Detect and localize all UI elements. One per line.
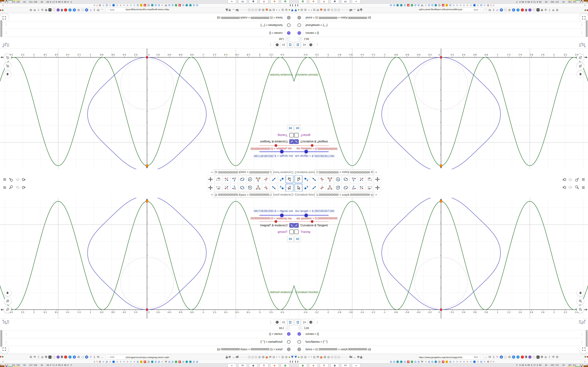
shield-icon[interactable] — [541, 9, 543, 11]
launcher-monitor[interactable]: ▣ — [249, 0, 257, 3]
zoom-in-button[interactable] — [577, 297, 584, 305]
trash-icon[interactable] — [525, 356, 527, 358]
forward-icon[interactable]: → — [101, 355, 104, 359]
gauge-icon[interactable]: ◔ — [310, 355, 312, 359]
bookmark-star-icon[interactable]: ☆ — [107, 8, 109, 11]
tab-google[interactable]: G — [404, 4, 406, 7]
algebra-view-button[interactable] — [2, 41, 9, 48]
reload-icon[interactable]: ⟳ — [489, 8, 491, 12]
tab-site[interactable] — [400, 4, 403, 7]
wrench-icon[interactable]: ⚒ — [552, 356, 554, 359]
scrollbar-thumb[interactable] — [0, 20, 2, 37]
tool-move-button[interactable] — [285, 175, 294, 183]
add-icon[interactable]: + — [512, 8, 515, 12]
shield-icon[interactable] — [229, 356, 231, 359]
tab-site[interactable]: ✳ — [470, 4, 472, 7]
bookmark-star-icon[interactable]: ☆ — [479, 356, 481, 359]
tab-yandex[interactable]: Я — [179, 4, 181, 7]
tool-perpendicular-button[interactable] — [262, 176, 270, 183]
curvature-function-input[interactable]: 1.000000000000 + cos(4.000000000000 x) ▼ — [315, 169, 374, 175]
forward-icon[interactable]: → — [484, 355, 487, 359]
settings-button[interactable] — [308, 42, 314, 48]
launcher-terminal[interactable]: ▦ — [281, 364, 289, 367]
tab-image[interactable]: ▲ — [140, 360, 142, 363]
back-icon[interactable]: ← — [232, 355, 235, 359]
tracing-checkbox[interactable] — [289, 133, 294, 138]
tool-move-view-button[interactable] — [207, 184, 214, 191]
tab-site[interactable]: ✳ — [116, 4, 118, 7]
tool-line-button[interactable] — [270, 176, 278, 183]
folder-icon[interactable] — [236, 356, 239, 358]
tab-site[interactable]: ✳ — [102, 4, 105, 7]
graphics-view[interactable]: -2.4-2.2-2-1.8-1.6-1.4-1.2-1-0.8-0.6-0.4… — [0, 198, 294, 318]
tab-yandex[interactable]: Я — [407, 360, 409, 363]
globe-icon[interactable]: ⊕ — [544, 8, 547, 12]
tab-site[interactable]: ✳ — [463, 360, 465, 363]
tab-site[interactable]: ✳ — [109, 4, 111, 7]
redo-button[interactable]: ⟳ — [569, 185, 572, 190]
reader-icon[interactable]: ▢ — [504, 8, 507, 11]
tab-info[interactable]: i — [147, 4, 150, 7]
tab-site[interactable] — [473, 360, 476, 363]
tab-google[interactable]: G — [196, 4, 198, 7]
globe-icon[interactable]: ⊕ — [258, 8, 261, 12]
tool-slider-button[interactable]: a = 2 — [215, 184, 222, 191]
tab-gear[interactable]: ⚙ — [99, 360, 101, 363]
row-kebab-menu-icon[interactable]: ⋮ — [580, 340, 583, 344]
tab-site[interactable]: ✳ — [459, 4, 462, 7]
dot-icon[interactable]: ○ — [346, 356, 347, 358]
dot-icon[interactable]: ◦ — [341, 356, 342, 358]
globe-icon[interactable]: ⊕ — [544, 355, 547, 359]
tool-reflect-button[interactable] — [223, 184, 230, 191]
algebra-row-text[interactable]: curves = {} — [306, 332, 319, 335]
pocket-icon[interactable]: ↓ — [516, 8, 519, 12]
dot-icon[interactable]: ○ — [342, 356, 344, 358]
zoom-out-button[interactable] — [4, 54, 11, 61]
tab-image[interactable]: ▲ — [140, 4, 142, 7]
object-visibility-toggle[interactable] — [297, 23, 301, 27]
curvature-function-input[interactable]: 1.000000000000 + cos(4.000000000000 x) ▼ — [214, 169, 273, 175]
trash-icon[interactable] — [61, 356, 63, 358]
add-icon[interactable]: + — [512, 355, 515, 359]
tool-slider-button[interactable]: a = 2 — [366, 184, 373, 191]
tool-angle-button[interactable]: α — [231, 184, 238, 191]
tab-site[interactable]: ✳ — [116, 360, 118, 363]
tool-angle-button[interactable]: α — [231, 176, 238, 183]
dot-icon[interactable]: ○ — [244, 9, 246, 11]
url-bar[interactable]: https://www.geogebra.org/classic/aagcxh3… — [417, 355, 483, 359]
tab-site[interactable]: ✳ — [425, 4, 427, 7]
curvature-function-input[interactable]: 1.000000000000 + cos(4.000000000000 x) ▼ — [315, 192, 374, 198]
tab-google[interactable]: G — [106, 360, 108, 363]
redo-button[interactable]: ⟳ — [569, 177, 572, 182]
scrollbar-thumb[interactable] — [586, 20, 588, 37]
tab-site[interactable] — [400, 360, 403, 363]
dot-icon[interactable]: ◦ — [246, 9, 247, 11]
camera-icon[interactable]: ● — [288, 355, 290, 359]
launcher-settings[interactable]: ⚙ — [260, 0, 268, 3]
tool-ellipse-button[interactable] — [239, 176, 246, 183]
tab-overflow-chevron[interactable]: ∧ — [2, 4, 4, 7]
tab-site[interactable]: ✳ — [456, 4, 458, 7]
tab-wikipedia[interactable]: W — [421, 4, 423, 7]
tool-ellipse-button[interactable] — [239, 184, 246, 191]
tab-site[interactable]: ✳ — [133, 4, 135, 7]
search-icon[interactable] — [9, 185, 13, 190]
curvature-function-input[interactable]: 1.000000000000 + cos(4.000000000000 x) ▼ — [214, 192, 273, 198]
tool-point-button[interactable]: A — [278, 184, 285, 191]
play-step-button[interactable] — [287, 125, 294, 131]
launcher-floppy64[interactable]: 64 — [341, 364, 350, 367]
tab-google[interactable]: G — [155, 4, 157, 7]
arc-position-slider-handle[interactable] — [275, 220, 277, 223]
trash-icon[interactable] — [61, 9, 63, 11]
tab-google[interactable]: G — [155, 360, 157, 363]
tool-polygon-button[interactable] — [326, 184, 334, 191]
forward-icon[interactable]: → — [484, 8, 487, 12]
tab-check[interactable]: ✓ — [411, 4, 413, 7]
highlight-icon[interactable]: ✎ — [89, 356, 92, 359]
tool-polygon-button[interactable] — [254, 184, 262, 191]
tab-wikipedia[interactable]: W — [164, 360, 167, 363]
tab-google[interactable]: G — [193, 4, 195, 7]
kite-icon[interactable] — [294, 356, 297, 358]
tool-polygon-button[interactable] — [254, 176, 262, 183]
ublock-icon[interactable]: UO — [49, 356, 52, 359]
